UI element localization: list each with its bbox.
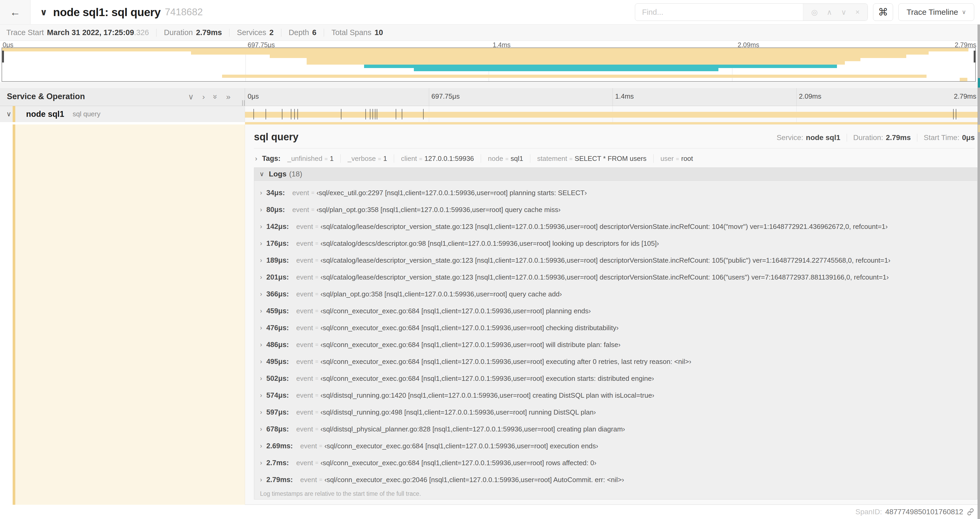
tag-item: user=root	[660, 155, 693, 163]
span-id-label: SpanID:	[855, 508, 882, 516]
log-field-name: event	[296, 391, 313, 399]
log-marker-tick	[372, 109, 373, 120]
log-field-name: event	[296, 358, 313, 366]
log-row[interactable]: ›80μs:event=‹sql/plan_opt.go:358 [nsql1,…	[254, 201, 977, 218]
log-marker-tick	[956, 109, 956, 120]
minimap-right-scrubber[interactable]	[974, 51, 975, 62]
log-row[interactable]: ›2.7ms:event=‹sql/conn_executor_exec.go:…	[254, 454, 977, 471]
chevron-down-icon[interactable]: ∨	[841, 8, 846, 17]
log-timestamp: 366μs:	[266, 290, 289, 298]
summary-value-suffix: .326	[134, 28, 149, 37]
minimap-left-scrubber[interactable]	[2, 51, 4, 62]
keyboard-shortcuts-button[interactable]: ⌘	[873, 3, 893, 21]
link-icon[interactable]	[966, 508, 975, 516]
logs-header[interactable]: ∨ Logs (18)	[254, 168, 977, 180]
log-marker-tick	[402, 109, 402, 120]
chevron-right-icon: ›	[260, 240, 262, 247]
log-field-name: event	[296, 307, 313, 315]
span-row-timeline-cell[interactable]	[245, 106, 980, 122]
log-timestamp: 142μs:	[266, 223, 289, 231]
back-arrow-icon: ←	[10, 6, 21, 18]
log-marker-tick	[370, 109, 371, 120]
back-button[interactable]: ←	[0, 0, 30, 24]
log-row[interactable]: ›2.69ms:event=‹sql/conn_executor_exec.go…	[254, 438, 977, 454]
tick-label: 2.09ms	[799, 92, 821, 101]
collapse-all-icon[interactable]: »	[211, 95, 220, 99]
locate-icon[interactable]: ◎	[811, 8, 818, 17]
tick-label: 0μs	[248, 92, 259, 101]
tags-accordion[interactable]: › Tags: _unfinished=1_verbose=1client=12…	[255, 152, 975, 165]
equals-sign: =	[319, 443, 322, 449]
window-scrollbar[interactable]	[978, 24, 980, 519]
logs-accordion: ∨ Logs (18) ›34μs:event=‹sql/exec_util.g…	[254, 168, 977, 500]
minimap-span-bar	[960, 78, 967, 81]
log-marker-tick	[282, 109, 282, 120]
column-resize-grip[interactable]	[242, 100, 245, 107]
expand-one-icon[interactable]: ›	[202, 92, 205, 101]
log-field-name: event	[296, 374, 313, 383]
log-field-name: event	[296, 223, 313, 231]
chevron-up-icon[interactable]: ∧	[827, 8, 832, 17]
log-timestamp: 502μs:	[266, 374, 289, 383]
minimap-canvas[interactable]	[2, 48, 976, 82]
log-row[interactable]: ›486μs:event=‹sql/conn_executor_exec.go:…	[254, 336, 977, 353]
log-marker-tick	[365, 109, 366, 120]
minimap-span-bar	[307, 61, 845, 65]
log-marker-tick	[377, 109, 377, 120]
log-timestamp: 495μs:	[266, 358, 289, 366]
log-row[interactable]: ›201μs:event=‹sql/catalog/lease/descript…	[254, 269, 977, 286]
timeline-gridline	[796, 88, 797, 106]
start-time-value: 0μs	[962, 133, 975, 142]
log-row[interactable]: ›34μs:event=‹sql/exec_util.go:2297 [nsql…	[254, 184, 977, 201]
expand-all-icon[interactable]: »	[226, 92, 231, 101]
minimap-span-bar	[2, 48, 969, 51]
log-row[interactable]: ›142μs:event=‹sql/catalog/lease/descript…	[254, 218, 977, 235]
log-row[interactable]: ›366μs:event=‹sql/plan_opt.go:358 [nsql1…	[254, 286, 977, 302]
chevron-right-icon: ›	[260, 442, 262, 450]
span-id-row: SpanID: 4877749850101760812	[855, 505, 975, 519]
log-field-value: ‹sql/catalog/lease/descriptor_version_st…	[320, 256, 890, 265]
log-row[interactable]: ›476μs:event=‹sql/conn_executor_exec.go:…	[254, 319, 977, 336]
equals-sign: =	[315, 426, 318, 432]
log-row[interactable]: ›502μs:event=‹sql/conn_executor_exec.go:…	[254, 370, 977, 387]
find-input[interactable]	[635, 4, 803, 21]
equals-sign: =	[311, 206, 314, 213]
log-marker-tick	[291, 109, 291, 120]
equals-sign: =	[419, 156, 422, 162]
chevron-down-icon[interactable]: ∨	[40, 7, 48, 18]
summary-value: 10	[375, 28, 383, 37]
tick-label: 697.75μs	[431, 92, 460, 101]
jaeger-trace-page: ← ∨ node sql1: sql query 7418682 ◎ ∧ ∨ ×…	[0, 0, 980, 519]
clear-icon[interactable]: ×	[855, 8, 860, 16]
equals-sign: =	[315, 392, 318, 398]
span-color-strip	[13, 125, 15, 505]
timeline-gridline	[612, 88, 613, 106]
span-row-name-cell[interactable]: ∨ node sql1 sql query	[0, 106, 245, 122]
log-field-name: event	[296, 341, 313, 349]
log-row[interactable]: ›495μs:event=‹sql/conn_executor_exec.go:…	[254, 353, 977, 370]
collapse-one-icon[interactable]: ∨	[188, 92, 194, 101]
log-field-value: ‹sql/distsql_physical_planner.go:828 [ns…	[320, 425, 625, 433]
log-row[interactable]: ›2.79ms:event=‹sql/conn_executor_exec.go…	[254, 471, 977, 488]
tag-value: 127.0.0.1:59936	[425, 155, 474, 163]
summary-value: March 31 2022, 17:25:09	[47, 28, 134, 37]
divider	[324, 29, 324, 37]
log-row[interactable]: ›678μs:event=‹sql/distsql_physical_plann…	[254, 421, 977, 438]
log-row[interactable]: ›459μs:event=‹sql/conn_executor_exec.go:…	[254, 302, 977, 319]
chevron-right-icon: ›	[260, 425, 262, 433]
log-field-value: ‹sql/distsql_running.go:498 [nsql1,clien…	[320, 408, 596, 417]
trace-summary-item: Trace StartMarch 31 2022, 17:25:09.326	[6, 28, 149, 37]
chevron-down-icon: ∨	[6, 110, 11, 118]
log-row[interactable]: ›176μs:event=‹sql/catalog/descs/descript…	[254, 235, 977, 252]
divider	[394, 154, 394, 163]
log-row[interactable]: ›574μs:event=‹sql/distsql_running.go:142…	[254, 387, 977, 404]
view-mode-dropdown[interactable]: Trace Timeline ∨	[898, 3, 974, 21]
tag-value: 1	[383, 155, 387, 163]
equals-sign: =	[505, 156, 508, 162]
log-row[interactable]: ›597μs:event=‹sql/distsql_running.go:498…	[254, 404, 977, 421]
log-field-value: ‹sql/conn_executor_exec.go:2046 [nsql1,c…	[324, 476, 624, 484]
log-field-value: ‹sql/catalog/lease/descriptor_version_st…	[320, 273, 889, 281]
span-duration-bar[interactable]	[245, 112, 980, 118]
logs-content: ›34μs:event=‹sql/exec_util.go:2297 [nsql…	[254, 180, 977, 500]
log-row[interactable]: ›189μs:event=‹sql/catalog/lease/descript…	[254, 252, 977, 269]
